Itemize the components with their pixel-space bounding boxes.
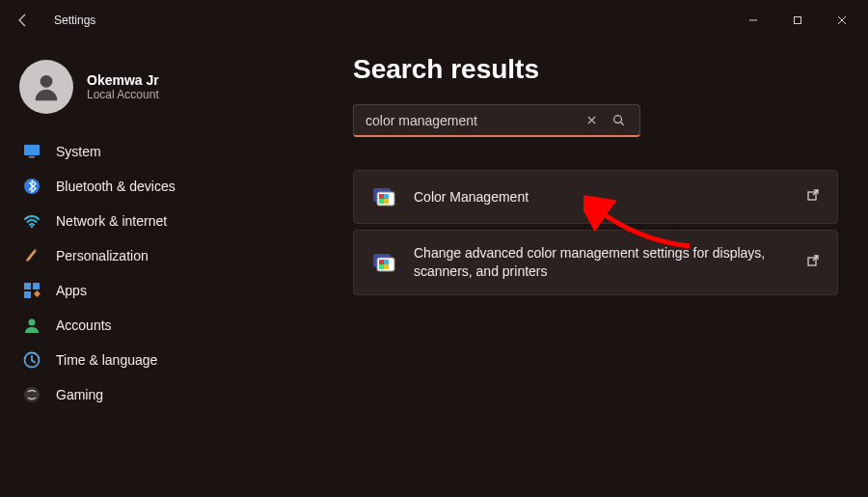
sidebar-item-bluetooth[interactable]: Bluetooth & devices [14, 170, 274, 203]
result-item-color-management[interactable]: Color Management [353, 170, 838, 224]
svg-rect-29 [379, 260, 384, 264]
clock-icon [23, 351, 41, 369]
search-icon[interactable] [605, 107, 632, 134]
sidebar-item-label: Apps [56, 283, 87, 298]
svg-rect-30 [384, 260, 389, 264]
paintbrush-icon [23, 247, 41, 264]
svg-point-15 [24, 387, 40, 402]
svg-point-13 [29, 319, 36, 326]
sidebar-item-system[interactable]: System [14, 135, 274, 168]
color-management-icon [371, 250, 396, 275]
sidebar-item-label: Network & internet [56, 213, 167, 229]
sidebar-item-label: Gaming [56, 387, 103, 402]
titlebar-left: Settings [12, 9, 95, 32]
svg-point-8 [31, 226, 33, 228]
sidebar: Okemwa Jr Local Account System Bluetooth… [4, 41, 284, 497]
svg-rect-5 [24, 145, 40, 155]
svg-rect-9 [24, 283, 31, 290]
svg-point-4 [41, 75, 53, 88]
avatar [19, 60, 73, 114]
svg-rect-24 [379, 199, 384, 204]
user-name: Okemwa Jr [87, 72, 159, 88]
close-button[interactable] [820, 5, 864, 36]
svg-point-18 [613, 116, 621, 124]
svg-rect-25 [384, 199, 389, 204]
result-label: Color Management [414, 188, 789, 207]
wifi-icon [23, 212, 41, 230]
result-label: Change advanced color management setting… [414, 244, 789, 281]
window-controls [731, 5, 864, 36]
clear-search-button[interactable] [578, 107, 605, 134]
apps-icon [23, 282, 41, 299]
minimize-button[interactable] [731, 5, 775, 36]
sidebar-item-label: Time & language [56, 352, 157, 368]
page-heading: Search results [353, 54, 847, 85]
sidebar-item-gaming[interactable]: Gaming [14, 378, 274, 411]
accounts-icon [23, 317, 41, 334]
svg-rect-1 [795, 17, 801, 24]
user-subtitle: Local Account [87, 88, 159, 101]
result-item-advanced-color[interactable]: Change advanced color management setting… [353, 230, 838, 295]
bluetooth-icon [23, 178, 41, 195]
svg-rect-11 [24, 291, 31, 298]
person-icon [30, 70, 63, 103]
sidebar-item-label: Personalization [56, 248, 149, 263]
sidebar-item-network[interactable]: Network & internet [14, 205, 274, 237]
search-input[interactable] [366, 113, 578, 128]
search-box[interactable] [353, 104, 640, 137]
svg-rect-22 [379, 194, 384, 199]
sidebar-item-label: Bluetooth & devices [56, 179, 176, 194]
open-external-icon [806, 254, 820, 271]
sidebar-item-apps[interactable]: Apps [14, 274, 274, 307]
user-block[interactable]: Okemwa Jr Local Account [14, 52, 274, 135]
gaming-icon [23, 386, 41, 403]
back-button[interactable] [12, 9, 35, 32]
color-management-icon [371, 184, 396, 209]
sidebar-item-time[interactable]: Time & language [14, 344, 274, 376]
system-icon [23, 143, 41, 160]
app-title: Settings [54, 14, 95, 27]
sidebar-item-label: Accounts [56, 318, 112, 333]
svg-rect-6 [29, 156, 35, 158]
svg-rect-23 [384, 194, 389, 199]
svg-rect-12 [34, 290, 41, 297]
svg-rect-31 [379, 264, 384, 269]
sidebar-item-personalization[interactable]: Personalization [14, 239, 274, 272]
main-content: Search results Color Management Change [284, 41, 868, 497]
svg-rect-32 [384, 264, 389, 269]
sidebar-item-accounts[interactable]: Accounts [14, 309, 274, 342]
svg-line-19 [620, 123, 623, 125]
open-external-icon [806, 188, 820, 206]
maximize-button[interactable] [775, 5, 820, 36]
svg-rect-10 [33, 283, 40, 290]
nav-list: System Bluetooth & devices Network & int… [14, 135, 274, 411]
sidebar-item-label: System [56, 144, 101, 159]
titlebar: Settings [0, 0, 868, 41]
